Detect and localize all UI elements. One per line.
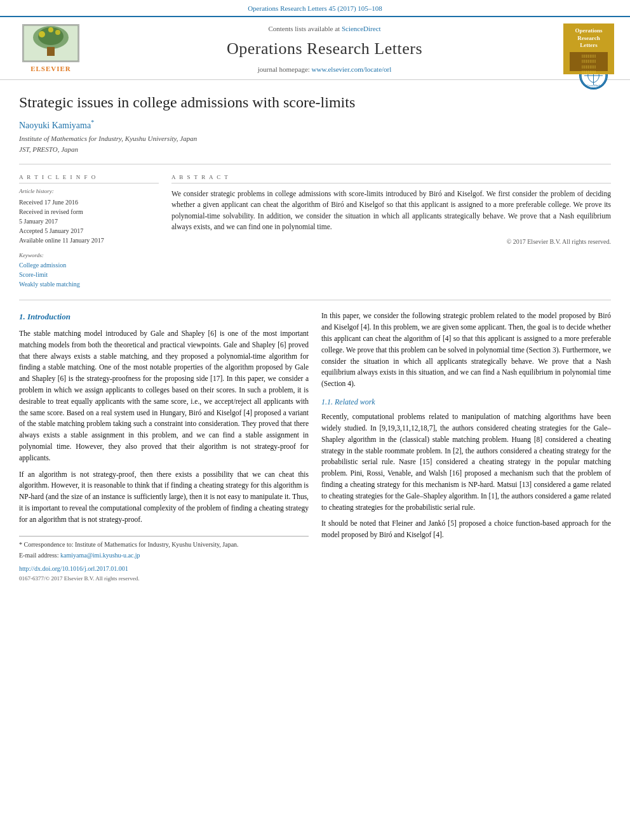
contents-line: Contents lists available at ScienceDirec… [102,24,547,34]
homepage-label: journal homepage: [258,65,310,73]
author-name-text: Naoyuki Kamiyama [19,120,91,130]
journal-homepage: journal homepage: www.elsevier.com/locat… [102,65,547,74]
right-para-1: In this paper, we consider the following… [321,310,611,390]
email-item: E-mail address: kamiyama@imi.kyushu-u.ac… [19,551,309,560]
doi-link[interactable]: http://dx.doi.org/10.1016/j.orl.2017.01.… [19,564,309,573]
history-accepted: Accepted 5 January 2017 [19,227,159,236]
svg-point-4 [39,31,45,37]
abstract-section: A B S T R A C T We consider strategic pr… [171,173,611,290]
elsevier-label: ELSEVIER [30,64,71,74]
abstract-title: A B S T R A C T [171,173,611,184]
article-columns: A R T I C L E I N F O Article history: R… [19,173,611,290]
section1-heading: 1. Introduction [19,310,309,323]
svg-text:CrossMark: CrossMark [587,83,601,86]
svg-point-5 [55,30,60,35]
journal-logo-box: OperationsResearchLetters ||||||||||||||… [560,23,617,74]
journal-title-header: Operations Research Letters [102,37,547,60]
abstract-copyright: © 2017 Elsevier B.V. All rights reserved… [171,237,611,246]
author-sup: * [91,119,94,126]
sciencedirect-link[interactable]: ScienceDirect [342,25,381,32]
logo-image [22,24,79,62]
svg-rect-2 [47,47,55,56]
svg-point-6 [48,27,53,32]
article-info: A R T I C L E I N F O Article history: R… [19,173,159,290]
body-para-1: The stable matching model introduced by … [19,328,309,464]
body-divider [19,300,611,300]
footnote-section: * Correspondence to: Institute of Mathem… [19,536,309,583]
right-para-3: It should be noted that Fleiner and Jank… [321,518,611,541]
keywords-label: Keywords: [19,251,159,260]
history-revised-date: 5 January 2017 [19,217,159,226]
body-left-col: 1. Introduction The stable matching mode… [19,310,309,583]
journal-bar: Operations Research Letters 45 (2017) 10… [0,0,630,17]
keyword-1: College admission [19,261,159,270]
email-label: E-mail address: [19,552,58,559]
affiliation2: JST, PRESTO, Japan [19,145,611,154]
page: Operations Research Letters 45 (2017) 10… [0,0,630,840]
email-link[interactable]: kamiyama@imi.kyushu-u.ac.jp [60,552,140,559]
subsection1-heading: 1.1. Related work [321,396,611,408]
footer-copyright: 0167-6377/© 2017 Elsevier B.V. All right… [19,575,139,582]
elsevier-logo: ELSEVIER [13,24,89,74]
history-online: Available online 11 January 2017 [19,236,159,245]
article-info-title: A R T I C L E I N F O [19,173,159,184]
header-center: Contents lists available at ScienceDirec… [89,24,560,74]
history-received: Received 17 June 2016 [19,198,159,207]
affiliation1: Institute of Mathematics for Industry, K… [19,134,611,143]
header-section: ELSEVIER Contents lists available at Sci… [0,17,630,80]
abstract-text: We consider strategic problems in colleg… [171,189,611,232]
article-history-label: Article history: [19,187,159,196]
journal-citation: Operations Research Letters 45 (2017) 10… [248,4,382,12]
body-columns: 1. Introduction The stable matching mode… [19,310,611,583]
history-revised: Received in revised form [19,208,159,217]
keyword-2: Score-limit [19,270,159,279]
contents-label: Contents lists available at [268,25,340,32]
right-para-2: Recently, computational problems related… [321,411,611,513]
body-right-col: In this paper, we consider the following… [321,310,611,583]
section-divider [19,164,611,164]
homepage-link[interactable]: www.elsevier.com/locate/orl [312,65,392,73]
keyword-3: Weakly stable matching [19,280,159,289]
journal-logo-img: OperationsResearchLetters ||||||||||||||… [563,23,614,74]
main-content: CrossMark Strategic issues in college ad… [0,80,630,596]
keywords-section: Keywords: College admission Score-limit … [19,251,159,290]
footnote-1: * Correspondence to: Institute of Mathem… [19,540,309,549]
footer-links: http://dx.doi.org/10.1016/j.orl.2017.01.… [19,564,309,583]
author-name: Naoyuki Kamiyama* [19,118,611,131]
article-title: Strategic issues in college admissions w… [19,93,611,112]
body-para-2: If an algorithm is not strategy-proof, t… [19,469,309,526]
